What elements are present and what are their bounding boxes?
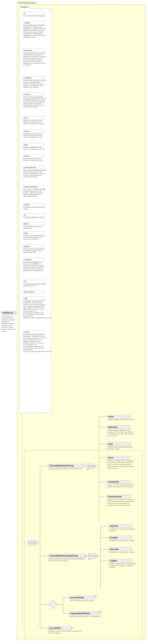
attr-label: howuri [24, 130, 30, 132]
attr-label: xml:lang [24, 258, 31, 261]
node-broader[interactable]: broader [109, 536, 132, 540]
node-related[interactable]: related [109, 559, 132, 562]
attr-label: type [24, 232, 28, 234]
node-title: infoSource [2, 312, 15, 314]
cardinality: 0..∞ [86, 469, 90, 471]
attr-anyother1[interactable]: any ##other [23, 290, 44, 294]
node-title: sameAs [110, 525, 118, 527]
attr-pubconstrainturi[interactable]: pubconstrainturi [23, 185, 44, 188]
node-infoSource[interactable]: infoSource [1, 311, 16, 314]
node-note[interactable]: note [107, 442, 130, 446]
expand-icon[interactable]: + [94, 596, 97, 598]
sequence-icon[interactable]: − [28, 540, 36, 545]
node-remoteInfo-desc: A link to an item or a web resource whic… [107, 484, 134, 488]
connector [94, 466, 99, 466]
attr-whyuri[interactable]: whyuri [23, 154, 44, 158]
connector [99, 496, 107, 497]
cdg-desc: A group of properties required to define… [48, 468, 85, 470]
attr-label: pubconstraint [24, 166, 36, 168]
attr-whyuri-desc: Why the metadata has been included - exp… [23, 158, 46, 161]
attr-label: typeuri [24, 245, 30, 248]
node-ConceptDefinitionGroup[interactable]: ConceptDefinitionGroup [48, 464, 84, 468]
diagram-canvas: infoSource A party (person or organisati… [0, 0, 148, 644]
attr-xmllang[interactable]: xml:lang [23, 258, 44, 261]
attr-qcode[interactable]: qcode [23, 203, 44, 206]
attr-uri-desc: A URI which identifies a concept. [23, 217, 46, 218]
collapse-icon[interactable]: − [35, 542, 38, 544]
node-title: narrower [110, 548, 119, 550]
node-related-desc: A related concept, where the relationshi… [109, 563, 136, 568]
attr-dir[interactable]: dir [23, 280, 44, 283]
node-title: remoteInfo [108, 481, 119, 483]
connector [100, 549, 109, 549]
node-any-other-desc: Extension point for provider-defined pro… [48, 630, 82, 634]
attr-roleuri-desc: A refinement of the semantics of the pro… [23, 334, 46, 352]
attr-modified-desc: The date (and, optionally, the time) whe… [23, 80, 46, 88]
node-title: organisationDetails [70, 612, 90, 614]
sequence-icon[interactable]: − [88, 554, 96, 558]
attr-label: custom [24, 93, 30, 95]
attr-creatoruri-desc: If the property value is not defined, sp… [23, 52, 46, 66]
node-broader-desc: An identifier of a more generic concept. [109, 540, 136, 542]
attr-why[interactable]: why [23, 143, 44, 146]
attr-label: why [24, 144, 28, 146]
attr-pubconstraint[interactable]: pubconstraint [23, 166, 44, 169]
attr-type[interactable]: type [23, 232, 44, 235]
attr-role[interactable]: role [23, 297, 44, 300]
node-definition[interactable]: definition [107, 426, 130, 429]
attr-how[interactable]: how [23, 116, 44, 120]
attr-id-desc: The local identifier of the property. [23, 15, 46, 17]
node-sameAs-desc: An identifier of a concept with equivale… [109, 528, 136, 532]
inner-type-box [24, 450, 142, 638]
node-organisationDetails-desc: A group of properties specific to an org… [70, 616, 101, 617]
connector [40, 556, 48, 556]
attr-label: whyuri [24, 155, 30, 157]
attr-pubconstraint-desc: One or many constraints that apply to pu… [23, 169, 46, 178]
attr-label: modified [24, 77, 31, 79]
node-title: name [108, 416, 114, 418]
attr-creatoruri[interactable]: creatoruri [23, 49, 44, 52]
node-personDetails[interactable]: personDetails [70, 596, 94, 600]
expand-icon[interactable]: + [98, 611, 101, 614]
node-organisationDetails[interactable]: organisationDetails [70, 612, 99, 615]
connector [84, 556, 88, 556]
attr-howuri-desc: Indicates by which means the value was e… [23, 133, 46, 138]
node-title: related [110, 560, 117, 562]
connector [100, 538, 109, 538]
type-header-tab: Flex1PartyPropType [17, 2, 37, 4]
attr-typeuri-desc: The type of the concept assigned as cont… [23, 248, 46, 253]
attr-label: how [24, 117, 28, 119]
connector [99, 482, 107, 482]
attr-literal[interactable]: literal [23, 222, 44, 226]
attr-label: literal [24, 223, 29, 225]
attr-modified[interactable]: modified [23, 76, 44, 80]
attr-typeuri[interactable]: typeuri [23, 245, 44, 248]
node-remoteInfo[interactable]: remoteInfo [107, 480, 130, 484]
attr-dir-desc: The directionality of textual content (e… [23, 284, 46, 287]
attr-why-desc: Why the metadata has been included - exp… [23, 147, 46, 150]
attr-uri[interactable]: uri [23, 213, 44, 217]
node-name[interactable]: name [107, 415, 130, 418]
connector [36, 542, 40, 543]
attr-custom-desc: If set to true the corresponding propert… [23, 96, 46, 108]
node-title: personDetails [70, 596, 84, 599]
node-facet[interactable]: facet [107, 456, 130, 460]
node-name-desc: A natural language name for the concept. [107, 419, 134, 420]
node-narrower[interactable]: narrower [109, 548, 132, 551]
connector [14, 312, 17, 313]
attr-howuri[interactable]: howuri [23, 130, 44, 133]
attr-creator[interactable]: creator [23, 21, 44, 24]
node-any-other[interactable]: any ##other [48, 626, 72, 630]
attr-roleuri[interactable]: roleuri [23, 330, 44, 334]
attr-custom[interactable]: custom [23, 92, 44, 96]
collapse-icon[interactable]: − [94, 466, 96, 468]
collapse-icon[interactable]: − [95, 555, 97, 557]
node-sameAs[interactable]: sameAs [109, 524, 132, 528]
node-title: ConceptDefinitionGroup [50, 464, 83, 467]
attr-label: uri [24, 214, 26, 216]
node-ConceptRelationshipsGroup[interactable]: ConceptRelationshipsGroup [48, 554, 86, 558]
node-hierarchyInfo[interactable]: hierarchyInfo [107, 495, 130, 498]
attr-id[interactable]: id [23, 12, 44, 15]
sequence-icon[interactable]: − [86, 464, 94, 469]
connector [99, 416, 107, 417]
